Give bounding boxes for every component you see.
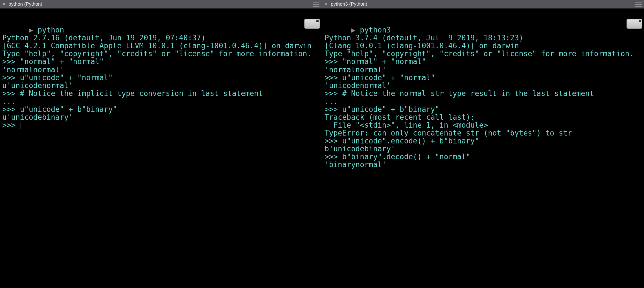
terminal-line: Type "help", "copyright", "credits" or "… (325, 49, 634, 58)
terminal-line: 'normalnormal' (325, 66, 386, 74)
prompt-arrow-icon: ▶ (351, 26, 356, 34)
terminal-line: File "<stdin>", line 1, in <module> (325, 121, 488, 129)
right-terminal[interactable]: ▶ python3 Python 3.7.4 (default, Jul 9 2… (322, 8, 644, 288)
terminal-line: [Clang 10.0.1 (clang-1001.0.46.4)] on da… (325, 42, 519, 50)
left-terminal[interactable]: ▶ python Python 2.7.16 (default, Jun 19 … (0, 8, 322, 288)
device-badge-icon (304, 19, 320, 29)
terminal-line: Type "help", "copyright", "credits" or "… (2, 49, 312, 58)
prompt-arrow-icon: ▶ (29, 26, 33, 34)
terminal-line: >>> u"unicode" + b"binary" (2, 105, 117, 114)
left-tabbar: × python (Python) (0, 0, 322, 8)
hamburger-icon[interactable] (635, 2, 642, 7)
terminal-line: >>> u"unicode" + b"binary" (325, 105, 439, 114)
terminal-line: Python 2.7.16 (default, Jun 19 2019, 07:… (2, 34, 205, 42)
terminal-line: b'unicodebinary' (325, 145, 395, 153)
terminal-line: [GCC 4.2.1 Compatible Apple LLVM 10.0.1 … (2, 42, 312, 50)
cursor-icon (21, 122, 21, 129)
terminal-line: >>> # Notice the normal str type result … (325, 89, 594, 98)
terminal-line: >>> # Notice the implicit type conversio… (2, 89, 263, 98)
terminal-line: ... (2, 97, 16, 106)
terminal-line: 'binarynormal' (325, 160, 386, 169)
terminal-line: u'unicodebinary' (2, 113, 73, 121)
left-pane: × python (Python) ▶ python Python 2.7.16… (0, 0, 322, 288)
device-badge-icon (627, 19, 642, 29)
terminal-line: Python 3.7.4 (default, Jul 9 2019, 18:13… (325, 34, 523, 42)
right-tab-title[interactable]: python3 (Python) (331, 1, 367, 7)
left-command: python (38, 26, 64, 34)
terminal-line: >>> u"unicode" + "normal" (325, 73, 435, 82)
terminal-line: >>> "normal" + "normal" (325, 57, 426, 66)
terminal-line: 'unicodenormal' (325, 81, 391, 90)
terminal-line: u'unicodenormal' (2, 81, 73, 90)
split-container: × python (Python) ▶ python Python 2.7.16… (0, 0, 644, 288)
terminal-line: TypeError: can only concatenate str (not… (325, 129, 572, 137)
close-icon[interactable]: × (324, 2, 328, 6)
terminal-prompt: >>> (2, 121, 20, 129)
right-tabbar: × python3 (Python) (322, 0, 644, 8)
left-tab-title[interactable]: python (Python) (8, 1, 42, 7)
terminal-line: 'normalnormal' (2, 66, 64, 74)
right-command: python3 (360, 26, 391, 34)
right-pane: × python3 (Python) ▶ python3 Python 3.7.… (322, 0, 644, 288)
terminal-line: >>> u"unicode".encode() + b"binary" (325, 137, 479, 145)
terminal-line: >>> b"binary".decode() + "normal" (325, 152, 470, 161)
terminal-line: Traceback (most recent call last): (325, 113, 475, 121)
terminal-line: >>> "normal" + "normal" (2, 57, 104, 66)
terminal-line: ... (325, 97, 338, 106)
close-icon[interactable]: × (2, 2, 6, 6)
terminal-line: >>> u"unicode" + "normal" (2, 73, 113, 82)
hamburger-icon[interactable] (313, 2, 319, 7)
